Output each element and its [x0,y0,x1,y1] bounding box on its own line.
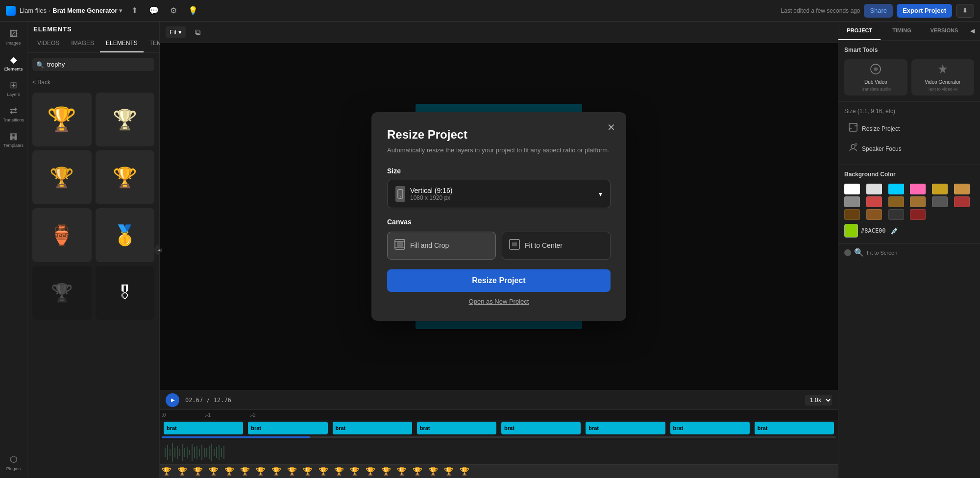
resize-project-tool[interactable]: Resize Project [844,119,974,139]
size-section: Size (1:1, 9:16, etc) Resize Project Spe… [838,102,980,165]
phone-icon [395,186,405,202]
color-swatch-light-gray[interactable] [866,184,882,194]
progress-bar[interactable] [160,436,838,440]
sidebar-item-images[interactable]: 🖼 Images [2,25,25,49]
settings-icon[interactable]: ⚙ [166,3,181,19]
fit-dropdown[interactable]: Fit ▾ [166,26,186,38]
svg-point-1 [400,196,401,197]
audio-track [160,440,838,464]
sidebar-item-elements[interactable]: ◆ Elements [2,51,25,74]
transitions-icon: ⇄ [10,105,17,116]
tab-elements[interactable]: ELEMENTS [100,35,144,52]
speaker-focus-tool[interactable]: Speaker Focus [844,139,974,159]
color-swatch-charcoal[interactable] [888,209,904,220]
list-item[interactable]: 🏆 [96,150,155,204]
dropdown-main: Vertical (9:16) [410,187,452,194]
timeline-markers: :0 :-1 :-2 [160,410,838,420]
trophy-emoji-2: 🏆 [113,108,137,131]
color-swatch-medium-brown[interactable] [866,209,882,220]
size-dropdown[interactable]: Vertical (9:16) 1080 x 1920 px ▾ [387,180,611,208]
svg-rect-24 [201,445,202,460]
list-item[interactable]: 🏆 [96,93,155,146]
fit-to-center-option[interactable]: Fit to Center [502,232,611,260]
list-item[interactable]: 🏆 [32,93,92,146]
list-item[interactable]: 🏺 [32,208,92,262]
elements-panel: ELEMENTS VIDEOS IMAGES ELEMENTS TEMPLATE… [27,22,160,478]
share-upload-icon[interactable]: ⬆ [126,3,142,19]
dub-video-tool[interactable]: Dub Video Translate audio [844,59,907,96]
comments-icon[interactable]: 💬 [146,3,162,19]
color-swatch-maroon[interactable] [910,209,926,220]
fit-to-screen-label[interactable]: Fit to Screen [867,250,897,256]
tab-videos[interactable]: VIDEOS [31,35,65,52]
color-swatch-brown[interactable] [888,196,904,207]
sidebar-item-label: Layers [7,92,20,97]
play-button[interactable]: ▶ [166,393,179,407]
svg-rect-14 [177,446,178,459]
trophy-mini: 🏆 [381,467,391,476]
right-panel: PROJECT TIMING VERSIONS ◀ Smart Tools Du… [838,22,980,478]
color-swatch-dark-brown[interactable] [844,209,860,220]
project-dropdown-icon[interactable]: ▾ [119,7,122,14]
color-swatch-gray[interactable] [844,196,860,207]
svg-rect-18 [187,447,188,458]
color-swatch-tan[interactable] [954,184,970,194]
svg-rect-28 [211,444,212,461]
svg-rect-10 [167,445,168,460]
bg-color-title: Background Color [844,171,974,178]
right-panel-collapse[interactable]: ◀ [965,22,980,40]
sidebar-item-label: Plugins [6,466,21,471]
tab-versions[interactable]: VERSIONS [923,22,965,40]
tab-images[interactable]: IMAGES [65,35,100,52]
color-swatch-red[interactable] [866,196,882,207]
color-swatch-pink[interactable] [910,184,926,194]
svg-rect-12 [172,443,173,462]
svg-rect-30 [216,447,217,458]
trophy-mini: 🏆 [193,467,203,476]
trophy-mini: 🏆 [318,467,328,476]
svg-rect-17 [184,448,185,457]
list-item[interactable]: 🏆 [32,266,92,320]
color-swatch-dark-tan[interactable] [910,196,926,207]
sidebar-item-layers[interactable]: ⊞ Layers [2,76,25,100]
modal-close-button[interactable]: ✕ [604,120,618,135]
project-name[interactable]: Brat Meme Generator [52,7,117,14]
open-new-project-link[interactable]: Open as New Project [387,298,611,305]
list-item[interactable]: 🥇 [96,208,155,262]
eyedropper-button[interactable]: 💉 [889,225,901,237]
download-button[interactable]: ⬇ [956,4,974,18]
share-button[interactable]: Share [864,4,893,18]
custom-color-swatch[interactable] [844,224,858,238]
color-swatch-cyan[interactable] [888,184,904,194]
export-button[interactable]: Export Project [897,4,952,18]
copy-button[interactable]: ⧉ [190,24,205,40]
search-input[interactable] [32,58,154,71]
svg-rect-23 [199,449,200,456]
panel-title: ELEMENTS [27,22,159,35]
svg-rect-26 [206,448,207,457]
lightbulb-icon[interactable]: 💡 [185,3,201,19]
sidebar-item-transitions[interactable]: ⇄ Transitions [2,102,25,125]
fill-and-crop-option[interactable]: Fill and Crop [387,232,496,260]
speed-selector[interactable]: 1.0x 0.5x 1.5x 2.0x [805,395,832,406]
color-swatch-white[interactable] [844,184,860,194]
modal-overlay: ✕ Resize Project Automatically resize th… [160,43,838,390]
color-swatch-dark-red[interactable] [954,196,970,207]
tab-project[interactable]: PROJECT [838,22,881,40]
sidebar-item-templates[interactable]: ▦ Templates [2,127,25,151]
resize-project-button[interactable]: Resize Project [387,269,611,292]
color-swatch-dark-gray[interactable] [932,196,948,207]
panel-back-button[interactable]: < Back [27,76,159,89]
breadcrumb-parent[interactable]: Liam files [20,7,47,14]
sidebar-item-label: Elements [4,67,23,72]
speaker-focus-label: Speaker Focus [862,145,902,152]
list-item[interactable]: 🏆 [32,150,92,204]
list-item[interactable]: 🎖 [96,266,155,320]
sidebar-item-plugins[interactable]: ⬡ Plugins [2,451,25,474]
video-generator-tool[interactable]: Video Generator Text to video AI [911,59,975,96]
color-swatch-gold[interactable] [932,184,948,194]
fill-and-crop-label: Fill and Crop [410,241,449,249]
tab-timing[interactable]: TIMING [881,22,923,40]
canvas-toolbar: Fit ▾ ⧉ [160,22,838,43]
dub-video-icon [870,63,882,77]
